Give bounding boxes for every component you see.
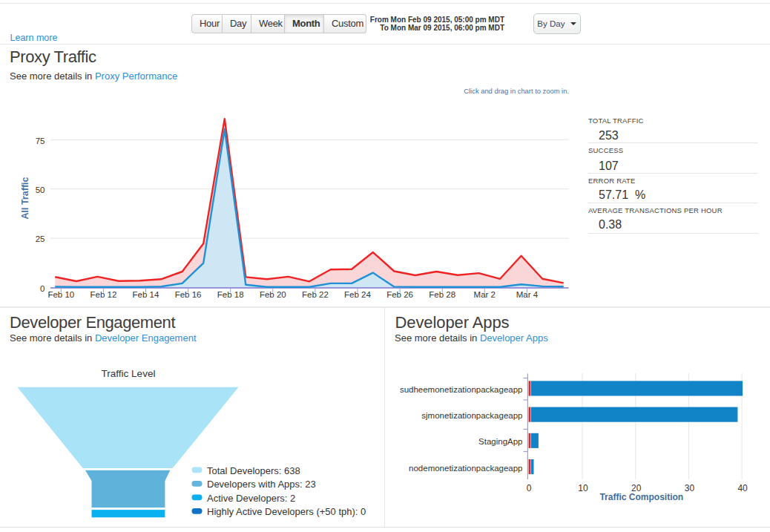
svg-text:Feb 10: Feb 10 — [47, 290, 74, 299]
svg-text:Mar 2: Mar 2 — [474, 290, 496, 299]
svg-text:nodemonetizationpackageapp: nodemonetizationpackageapp — [409, 464, 522, 473]
svg-text:Feb 24: Feb 24 — [344, 290, 371, 299]
svg-text:Feb 16: Feb 16 — [175, 290, 202, 299]
svg-text:Mar 4: Mar 4 — [516, 290, 539, 299]
svg-text:0: 0 — [527, 483, 532, 493]
svg-text:All Traffic: All Traffic — [20, 177, 30, 219]
svg-text:Traffic Level: Traffic Level — [102, 368, 156, 379]
svg-text:Feb 12: Feb 12 — [90, 290, 116, 299]
svg-text:25: 25 — [36, 234, 45, 243]
svg-text:50: 50 — [36, 185, 45, 194]
svg-text:Feb 28: Feb 28 — [429, 290, 455, 299]
svg-text:Feb 26: Feb 26 — [386, 290, 413, 299]
svg-text:sjmonetizationpackageapp: sjmonetizationpackageapp — [421, 411, 522, 420]
svg-text:Feb 20: Feb 20 — [260, 290, 286, 299]
svg-text:Traffic Composition: Traffic Composition — [599, 492, 683, 502]
svg-text:40: 40 — [737, 483, 748, 493]
svg-text:75: 75 — [36, 137, 45, 145]
svg-text:Feb 22: Feb 22 — [302, 290, 329, 299]
svg-text:Developers with Apps: 23: Developers with Apps: 23 — [207, 479, 316, 490]
svg-text:StagingApp: StagingApp — [478, 437, 522, 446]
svg-text:0: 0 — [40, 284, 45, 293]
svg-text:Highly Active Developers (+50: Highly Active Developers (+50 tph): 0 — [207, 506, 366, 517]
svg-text:Feb 18: Feb 18 — [217, 290, 244, 299]
svg-text:Feb 14: Feb 14 — [133, 290, 159, 299]
svg-text:sudheemonetizationpackageapp: sudheemonetizationpackageapp — [400, 385, 523, 394]
svg-text:Active Developers: 2: Active Developers: 2 — [207, 493, 295, 504]
svg-text:10: 10 — [578, 483, 588, 493]
svg-text:Total Developers: 638: Total Developers: 638 — [207, 465, 300, 476]
svg-text:30: 30 — [685, 483, 695, 493]
